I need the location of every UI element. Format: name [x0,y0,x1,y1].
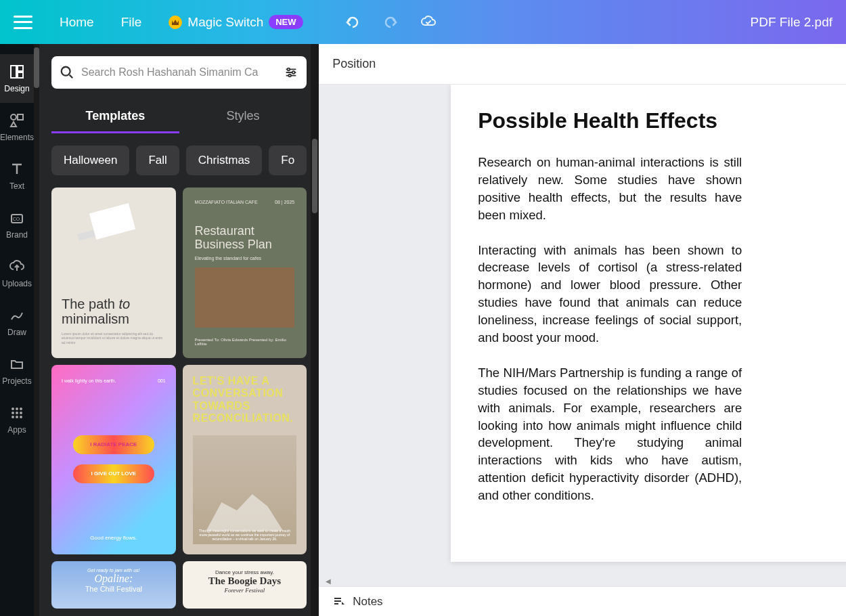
nav-label: Draw [7,328,26,337]
document-page[interactable]: Possible Health Effects Research on huma… [451,85,846,562]
left-nav: Design Elements Text CO. Brand Uploads D… [0,44,34,616]
panel-scrollbar-left[interactable] [34,44,39,616]
horizontal-collapse-icon[interactable]: ◀ [319,575,846,586]
template-opaline[interactable]: Get ready to jam with us! Opaline: The C… [51,561,176,609]
chip-fall[interactable]: Fall [136,146,179,175]
nav-label: Apps [7,425,26,435]
template-boogie[interactable]: Dance your stress away. The Boogie Days … [183,561,307,609]
template-text: Presented To: Olivia Edwards Presented b… [195,338,295,346]
topbar-actions [344,14,437,31]
page-paragraph[interactable]: Research on human-animal interactions is… [478,154,742,224]
template-minimalism[interactable]: The path tominimalism Lorem ipsum dolor … [51,188,176,358]
svg-point-3 [11,114,16,120]
svg-point-10 [12,412,14,414]
position-button[interactable]: Position [332,57,376,71]
brand-icon: CO. [9,210,25,226]
nav-apps[interactable]: Apps [0,395,34,444]
template-text: I walk lightly on this earth. [62,378,116,383]
svg-rect-1 [18,66,23,71]
home-button[interactable]: Home [60,15,94,30]
nav-uploads[interactable]: Uploads [0,249,34,298]
template-text: LET'S HAVE A CONVERSATION TOWARDS RECONC… [193,375,297,425]
template-text: 001 [158,378,166,383]
menu-icon[interactable] [14,16,32,29]
filename[interactable]: PDF File 2.pdf [751,15,832,30]
category-chips: Halloween Fall Christmas Fo [51,146,307,175]
nav-text[interactable]: Text [0,152,34,200]
template-text: Get ready to jam with us! [58,568,169,573]
nav-brand[interactable]: CO. Brand [0,200,34,249]
svg-text:CO.: CO. [13,217,22,221]
template-text: Elevating the standard for cafes [195,256,295,261]
notes-button[interactable]: Notes [332,595,382,609]
template-text: I GIVE OUT LOVE [73,464,154,483]
tab-templates[interactable]: Templates [51,101,179,133]
magic-switch-button[interactable]: Magic Switch NEW [169,15,303,30]
cloud-sync-icon[interactable] [420,14,437,31]
filter-icon[interactable] [284,65,298,80]
nav-label: Design [4,84,29,93]
panel-scrollbar-right[interactable] [311,44,319,616]
chip-halloween[interactable]: Halloween [51,146,129,175]
nav-label: Projects [2,376,31,386]
new-badge: NEW [269,15,303,29]
search-input[interactable] [81,66,284,79]
apps-icon [9,405,25,421]
nav-label: Brand [6,230,28,240]
nav-label: Uploads [2,279,32,288]
svg-point-8 [16,408,18,410]
elements-icon [9,112,25,129]
template-text: MOZZAFIATO ITALIAN CAFE [195,200,258,204]
file-button[interactable]: File [121,15,142,30]
template-text: The Boogie Days [191,575,299,587]
template-text: Opaline: [58,573,169,585]
svg-rect-4 [18,114,23,120]
svg-point-16 [62,67,70,76]
search-icon [60,65,74,80]
svg-point-11 [16,412,18,414]
chip-more[interactable]: Fo [269,146,307,175]
undo-icon[interactable] [344,14,361,31]
canvas-viewport[interactable]: Possible Health Effects Research on huma… [319,85,846,586]
magic-switch-label: Magic Switch [187,15,263,30]
text-icon [9,161,25,177]
svg-rect-0 [11,66,16,78]
canvas-area: Position Possible Health Effects Researc… [319,44,846,616]
template-text: to [119,296,131,311]
nav-label: Elements [0,133,34,142]
page-title[interactable]: Possible Health Effects [478,108,846,133]
nav-design[interactable]: Design [0,54,34,103]
template-reconciliation[interactable]: LET'S HAVE A CONVERSATION TOWARDS RECONC… [183,365,307,554]
svg-point-14 [16,416,18,418]
svg-point-12 [20,412,22,414]
redo-icon[interactable] [382,14,399,31]
template-peace[interactable]: I walk lightly on this earth.001 I RADIA… [51,365,176,554]
svg-point-19 [289,74,292,77]
template-text: Dance your stress away. [191,569,299,575]
nav-projects[interactable]: Projects [0,347,34,395]
template-text: minimalism [62,311,129,326]
template-text: 08 | 2025 [275,200,294,204]
template-text: Good energy flows. [62,535,166,541]
chip-christmas[interactable]: Christmas [186,146,263,175]
template-text: Restaurant Business Plan [195,225,295,252]
topbar: Home File Magic Switch NEW PDF File 2.pd… [0,0,846,44]
page-paragraph[interactable]: The NIH/Mars Partnership is funding a ra… [478,364,742,504]
svg-point-15 [20,416,22,418]
nav-draw[interactable]: Draw [0,298,34,347]
templates-grid: The path tominimalism Lorem ipsum dolor … [51,188,307,609]
page-paragraph[interactable]: Interacting with animals has been shown … [478,242,742,347]
search-row [51,56,307,89]
template-text: Through meaningful conversations we seek… [196,529,294,541]
template-restaurant[interactable]: MOZZAFIATO ITALIAN CAFE08 | 2025 Restaur… [183,188,307,358]
svg-point-18 [292,71,295,74]
panel-tabs: Templates Styles [51,101,307,133]
template-text: The path [62,296,119,311]
bottom-bar: Notes [319,586,846,616]
draw-icon [9,307,25,324]
notes-icon [332,595,346,609]
tab-styles[interactable]: Styles [179,101,307,133]
nav-elements[interactable]: Elements [0,103,34,152]
design-icon [9,64,25,80]
template-text: The Chill Festival [58,585,169,593]
